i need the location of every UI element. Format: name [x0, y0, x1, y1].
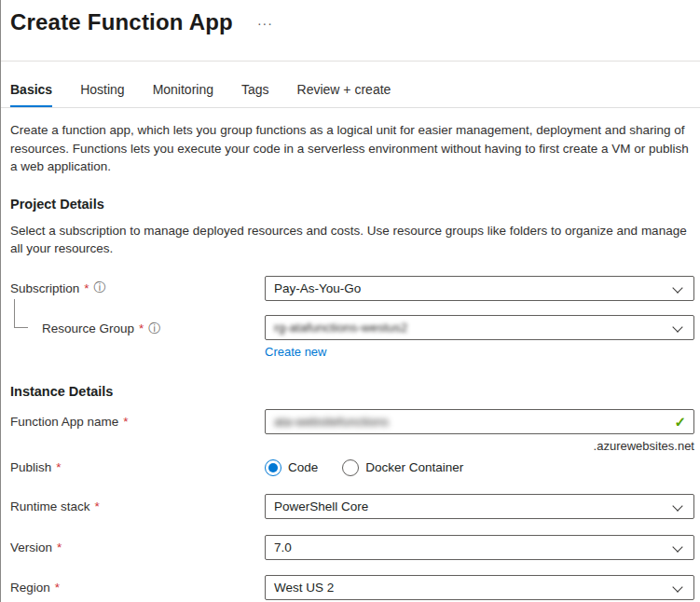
chevron-down-icon — [672, 500, 682, 511]
resource-group-dropdown[interactable]: rg-atafunctions-westus2 — [265, 315, 694, 340]
publish-row: Publish * Code Docker Container — [1, 459, 700, 476]
radio-code-label: Code — [288, 460, 318, 474]
create-function-app-blade: Create Function App ··· Basics Hosting M… — [0, 0, 700, 602]
version-value: 7.0 — [274, 540, 292, 554]
subscription-row: Subscription * ⓘ Pay-As-You-Go — [1, 276, 700, 301]
blade-header: Create Function App ··· — [1, 0, 700, 62]
runtime-stack-value: PowerShell Core — [274, 499, 368, 513]
function-app-name-value: ata-websitefunctions — [274, 415, 389, 429]
required-mark: * — [84, 281, 89, 295]
publish-option-docker[interactable]: Docker Container — [342, 459, 463, 476]
function-app-name-label: Function App name * — [10, 409, 265, 429]
domain-suffix: .azurewebsites.net — [265, 439, 694, 453]
required-mark: * — [56, 460, 61, 474]
publish-option-code[interactable]: Code — [265, 459, 318, 476]
function-app-name-label-text: Function App name — [10, 415, 118, 429]
resource-group-label-text: Resource Group — [42, 322, 134, 335]
radio-code-selected[interactable] — [265, 459, 281, 476]
tab-monitoring[interactable]: Monitoring — [153, 82, 213, 107]
runtime-stack-label: Runtime stack * — [10, 499, 265, 513]
subscription-dropdown[interactable]: Pay-As-You-Go — [265, 276, 694, 301]
function-app-name-row: Function App name * ata-websitefunctions… — [1, 409, 700, 453]
required-mark: * — [57, 540, 62, 554]
chevron-down-icon — [672, 282, 682, 293]
chevron-down-icon — [672, 581, 682, 592]
info-icon[interactable]: ⓘ — [148, 321, 160, 337]
version-label-text: Version — [10, 540, 52, 554]
radio-docker-label: Docker Container — [365, 460, 463, 474]
required-mark: * — [95, 499, 100, 513]
resource-group-row: Resource Group * ⓘ rg-atafunctions-westu… — [1, 315, 700, 359]
subscription-label-text: Subscription — [10, 281, 79, 295]
region-label: Region * — [10, 581, 265, 595]
publish-label: Publish * — [10, 460, 265, 474]
tab-basics[interactable]: Basics — [10, 82, 52, 107]
intro-text: Create a function app, which lets you gr… — [10, 121, 693, 176]
instance-details-heading: Instance Details — [10, 384, 700, 399]
resource-group-label: Resource Group * ⓘ — [10, 315, 265, 337]
tab-hosting[interactable]: Hosting — [80, 82, 124, 107]
required-mark: * — [123, 415, 128, 429]
valid-check-icon: ✓ — [674, 414, 686, 431]
version-row: Version * 7.0 — [1, 535, 700, 560]
version-dropdown[interactable]: 7.0 — [265, 535, 694, 560]
region-row: Region * West US 2 — [1, 575, 700, 600]
version-label: Version * — [10, 540, 265, 554]
project-details-description: Select a subscription to manage deployed… — [10, 222, 693, 258]
runtime-stack-label-text: Runtime stack — [10, 499, 90, 513]
create-new-link[interactable]: Create new — [265, 345, 326, 359]
required-mark: * — [55, 581, 60, 595]
publish-radio-group: Code Docker Container — [265, 459, 694, 476]
tab-tags[interactable]: Tags — [241, 82, 269, 107]
resource-group-value: rg-atafunctions-westus2 — [274, 321, 407, 335]
more-options-icon[interactable]: ··· — [257, 17, 273, 30]
chevron-down-icon — [672, 541, 682, 552]
subscription-value: Pay-As-You-Go — [274, 281, 361, 295]
required-mark: * — [139, 322, 144, 335]
region-value: West US 2 — [274, 581, 334, 595]
function-app-name-input[interactable]: ata-websitefunctions ✓ — [265, 409, 694, 434]
tab-bar: Basics Hosting Monitoring Tags Review + … — [1, 62, 700, 108]
tab-review-create[interactable]: Review + create — [297, 82, 391, 107]
region-label-text: Region — [10, 581, 50, 595]
region-dropdown[interactable]: West US 2 — [265, 575, 694, 600]
radio-docker-unselected[interactable] — [342, 459, 359, 476]
info-icon[interactable]: ⓘ — [94, 280, 106, 296]
subscription-label: Subscription * ⓘ — [10, 280, 265, 296]
tree-connector — [14, 299, 28, 328]
runtime-stack-row: Runtime stack * PowerShell Core — [1, 494, 700, 519]
publish-label-text: Publish — [10, 460, 51, 474]
page-title: Create Function App — [10, 9, 233, 35]
runtime-stack-dropdown[interactable]: PowerShell Core — [265, 494, 694, 519]
project-details-heading: Project Details — [10, 197, 700, 212]
chevron-down-icon — [672, 322, 682, 332]
